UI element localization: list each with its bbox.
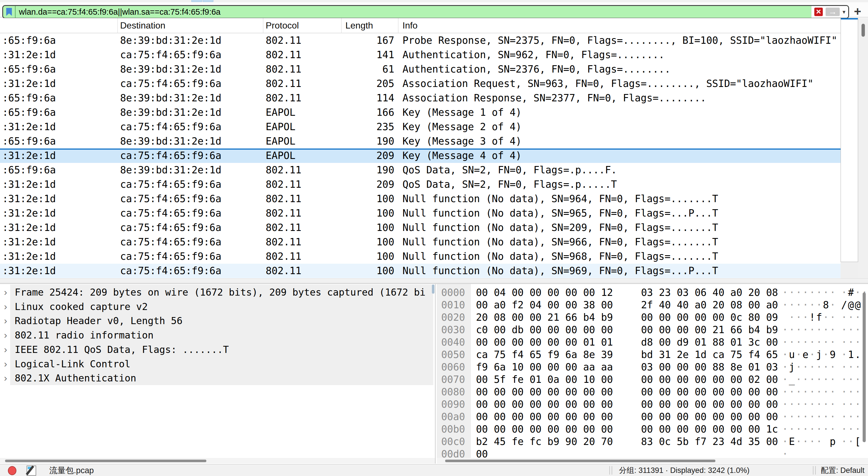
packet-list-hscrollbar[interactable]	[0, 278, 868, 283]
cell-length: 100	[341, 235, 394, 249]
cell-info: Key (Message 1 of 4)	[402, 105, 838, 120]
detail-row-label: Logical-Link Control	[15, 357, 130, 371]
packet-row[interactable]: :31:2e:1dca:75:f4:65:f9:6aEAPOL235Key (M…	[0, 120, 841, 134]
packet-list[interactable]: :65:f9:6a8e:39:bd:31:2e:1d802.11167Probe…	[0, 33, 841, 278]
capture-comment-icon[interactable]	[27, 466, 36, 476]
packet-row[interactable]: :31:2e:1dca:75:f4:65:f9:6a802.11205Assoc…	[0, 76, 841, 91]
hex-hscrollbar[interactable]	[437, 458, 868, 464]
display-filter-box[interactable]: wlan.da==ca:75:f4:65:f9:6a||wlan.sa==ca:…	[2, 5, 849, 19]
hex-hscrollbar-thumb[interactable]	[445, 460, 715, 462]
detail-tree-row[interactable]: ›Linux cooked capture v2	[0, 300, 435, 314]
hex-row[interactable]: 00b000 00 00 00 00 00 00 0000 00 00 00 0…	[437, 423, 868, 435]
detail-row-label: 802.1X Authentication	[15, 371, 136, 385]
packet-row[interactable]: :31:2e:1dca:75:f4:65:f9:6a802.11100Null …	[0, 220, 841, 235]
hex-offset: 0080	[441, 386, 465, 398]
detail-tree-row[interactable]: ›802.11 radio information	[0, 328, 435, 342]
packet-row[interactable]: :65:f9:6a8e:39:bd:31:2e:1dEAPOL190Key (M…	[0, 134, 841, 148]
packet-row[interactable]: :65:f9:6a8e:39:bd:31:2e:1d802.1161Authen…	[0, 62, 841, 76]
column-header-destination[interactable]: Destination	[120, 18, 165, 33]
add-filter-button[interactable]: +	[850, 5, 865, 19]
cell-destination: 8e:39:bd:31:2e:1d	[120, 163, 260, 177]
profile-status[interactable]: 配置: Default	[821, 465, 865, 476]
packet-row[interactable]: :31:2e:1dca:75:f4:65:f9:6aEAPOL209Key (M…	[0, 148, 841, 163]
detail-tree-row[interactable]: ›Frame 25424: 209 bytes on wire (1672 bi…	[0, 285, 435, 300]
expand-chevron-icon[interactable]: ›	[4, 371, 7, 385]
display-filter-input[interactable]: wlan.da==ca:75:f4:65:f9:6a||wlan.sa==ca:…	[16, 6, 811, 18]
packet-row[interactable]: :65:f9:6a8e:39:bd:31:2e:1d802.11114Assoc…	[0, 91, 841, 105]
hex-row[interactable]: 0050ca 75 f4 65 f9 6a 8e 39bd 31 2e 1d c…	[437, 348, 868, 361]
expand-chevron-icon[interactable]: ›	[4, 328, 7, 342]
ascii-group1: ········	[782, 410, 837, 423]
hex-row[interactable]: 009000 00 00 00 00 00 00 0000 00 00 00 0…	[437, 398, 868, 410]
packet-list-vscrollbar-thumb[interactable]	[862, 24, 865, 37]
column-divider[interactable]	[263, 18, 264, 33]
cell-source: :65:f9:6a	[2, 91, 115, 105]
expand-chevron-icon[interactable]: ›	[4, 342, 7, 357]
column-divider[interactable]	[398, 18, 399, 33]
expert-info-icon[interactable]	[8, 466, 17, 475]
cell-source: :31:2e:1d	[2, 249, 115, 264]
detail-row-label: Linux cooked capture v2	[15, 300, 148, 314]
packet-row[interactable]: :31:2e:1dca:75:f4:65:f9:6a802.11100Null …	[0, 235, 841, 249]
filter-dropdown-icon[interactable]: ▾	[843, 8, 845, 15]
hex-row[interactable]: 00a000 00 00 00 00 00 00 0000 00 00 00 0…	[437, 410, 868, 423]
column-header-info[interactable]: Info	[402, 18, 417, 33]
column-header-length[interactable]: Length	[345, 18, 373, 33]
details-hscrollbar[interactable]	[0, 458, 435, 464]
toolbar-icon-fragment	[203, 0, 213, 2]
packet-list-minimap[interactable]	[841, 18, 858, 262]
filter-bookmark-button[interactable]	[3, 6, 16, 18]
hex-row[interactable]: 0030c0 00 db 00 00 00 00 0000 00 00 00 2…	[437, 324, 868, 336]
column-divider[interactable]	[341, 18, 342, 33]
packet-row[interactable]: :31:2e:1dca:75:f4:65:f9:6a802.11100Null …	[0, 192, 841, 206]
hex-row[interactable]: 008000 00 00 00 00 00 00 0000 00 00 00 0…	[437, 386, 868, 398]
cell-destination: ca:75:f4:65:f9:6a	[120, 177, 260, 192]
column-divider[interactable]	[117, 18, 118, 33]
detail-tree-row[interactable]: ›802.1X Authentication	[0, 371, 435, 385]
ascii-group1: ········	[782, 336, 837, 348]
expand-chevron-icon[interactable]: ›	[4, 300, 7, 314]
hex-row[interactable]: 000000 04 00 00 00 00 00 1203 23 03 06 4…	[437, 286, 868, 299]
hex-row[interactable]: 001000 a0 f2 04 00 00 38 002f 40 40 a0 2…	[437, 299, 868, 311]
cell-source: :31:2e:1d	[2, 148, 115, 163]
ascii-group1: ·j······	[782, 361, 837, 373]
packet-row[interactable]: :31:2e:1dca:75:f4:65:f9:6a802.11100Null …	[0, 249, 841, 264]
packet-row[interactable]: :31:2e:1dca:75:f4:65:f9:6a802.11209QoS D…	[0, 177, 841, 192]
packet-row[interactable]: :65:f9:6a8e:39:bd:31:2e:1dEAPOL166Key (M…	[0, 105, 841, 120]
packet-details-pane[interactable]: ›Frame 25424: 209 bytes on wire (1672 bi…	[0, 284, 436, 464]
column-header-protocol[interactable]: Protocol	[266, 18, 299, 33]
clear-filter-button[interactable]: ×	[814, 8, 823, 16]
expand-chevron-icon[interactable]: ›	[4, 285, 7, 300]
hex-offset: 0090	[441, 398, 465, 410]
details-hscrollbar-thumb[interactable]	[5, 460, 206, 462]
apply-filter-button[interactable]: →	[826, 8, 840, 16]
cell-protocol: 802.11	[266, 163, 339, 177]
hex-vscrollbar-thumb[interactable]	[863, 293, 866, 442]
packet-row[interactable]: :31:2e:1dca:75:f4:65:f9:6a802.11100Null …	[0, 264, 841, 278]
detail-tree-row[interactable]: ›IEEE 802.11 QoS Data, Flags: .......T	[0, 342, 435, 357]
cell-source: :65:f9:6a	[2, 33, 115, 48]
statusbar-separator[interactable]	[813, 466, 813, 475]
detail-tree-row[interactable]: ›Logical-Link Control	[0, 357, 435, 371]
packet-list-vscrollbar[interactable]	[858, 18, 868, 279]
expand-chevron-icon[interactable]: ›	[4, 314, 7, 328]
hex-row[interactable]: 004000 00 00 00 00 00 01 01d8 00 d9 01 8…	[437, 336, 868, 348]
packet-row[interactable]: :65:f9:6a8e:39:bd:31:2e:1d802.11167Probe…	[0, 33, 841, 48]
cell-destination: ca:75:f4:65:f9:6a	[120, 192, 260, 206]
statusbar-separator[interactable]	[609, 466, 610, 475]
packet-row[interactable]: :31:2e:1dca:75:f4:65:f9:6a802.11100Null …	[0, 206, 841, 220]
detail-tree-row[interactable]: ›Radiotap Header v0, Length 56	[0, 314, 435, 328]
details-vscrollbar-thumb[interactable]	[432, 284, 434, 294]
hex-row[interactable]: 00c0b2 45 fe fc b9 90 20 7083 0c 5b f7 2…	[437, 435, 868, 448]
hex-bytes-group1: f9 6a 10 00 00 00 aa aa	[476, 361, 613, 373]
hex-bytes-group2: 83 0c 5b f7 23 4d 35 00	[641, 435, 778, 448]
hex-row[interactable]: 002020 08 00 00 21 66 b4 b900 00 00 00 0…	[437, 311, 868, 324]
hex-row[interactable]: 0060f9 6a 10 00 00 00 aa aa03 00 00 00 8…	[437, 361, 868, 373]
hex-row[interactable]: 007000 5f fe 01 0a 00 10 0000 00 00 00 0…	[437, 373, 868, 386]
hex-bytes-group2: bd 31 2e 1d ca 75 f4 65	[641, 348, 778, 361]
packet-row[interactable]: :65:f9:6a8e:39:bd:31:2e:1d802.11190QoS D…	[0, 163, 841, 177]
expand-chevron-icon[interactable]: ›	[4, 357, 7, 371]
packet-row[interactable]: :31:2e:1dca:75:f4:65:f9:6a802.11141Authe…	[0, 48, 841, 62]
cell-info: QoS Data, SN=2, FN=0, Flags=.p....F.	[402, 163, 838, 177]
hex-dump-pane[interactable]: 000000 04 00 00 00 00 00 1203 23 03 06 4…	[437, 284, 868, 464]
